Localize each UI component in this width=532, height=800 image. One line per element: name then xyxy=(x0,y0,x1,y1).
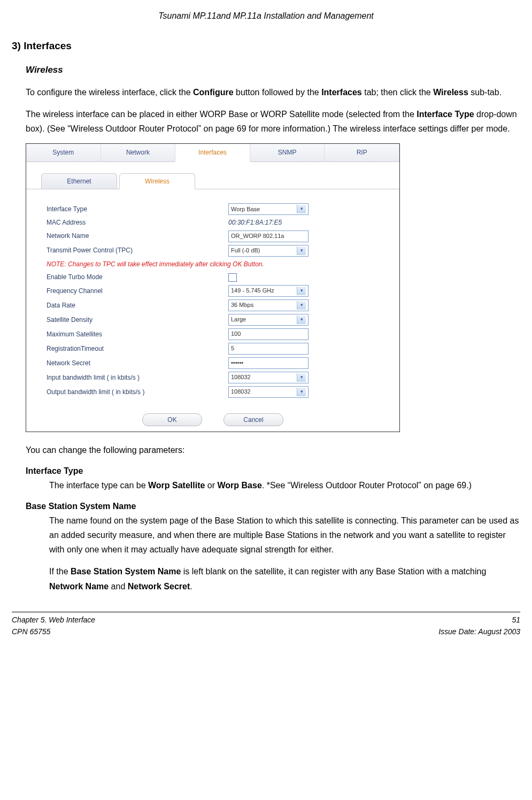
text: is left blank on the satellite, it can r… xyxy=(181,567,486,576)
text: If the xyxy=(49,567,71,576)
footer-cpn: CPN 65755 xyxy=(12,626,95,638)
chevron-down-icon: ▾ xyxy=(297,287,306,295)
freq-label: Frequency Channel xyxy=(47,286,228,296)
select-value: 36 Mbps xyxy=(231,301,253,310)
tpc-select[interactable]: Full (-0 dB) ▾ xyxy=(228,245,309,257)
after-panel-text: You can change the following parameters: xyxy=(26,443,520,457)
ok-button[interactable]: OK xyxy=(142,413,202,426)
main-tabs: System Network Interfaces SNMP RIP xyxy=(26,144,399,162)
chevron-down-icon: ▾ xyxy=(297,316,306,324)
chevron-down-icon: ▾ xyxy=(297,205,306,213)
text-bold: Wireless xyxy=(433,88,468,97)
tpc-note: NOTE: Changes to TPC will take effect im… xyxy=(47,259,385,270)
text: . xyxy=(190,582,192,591)
secret-label: Network Secret xyxy=(47,358,228,368)
network-name-input[interactable]: OR_WORP 802.11a xyxy=(228,230,309,242)
turbo-label: Enable Turbo Mode xyxy=(47,272,228,282)
tab-snmp[interactable]: SNMP xyxy=(250,144,325,162)
subtab-ethernet[interactable]: Ethernet xyxy=(41,173,117,189)
cancel-button[interactable]: Cancel xyxy=(223,413,283,426)
tpc-label: Transmit Power Control (TPC) xyxy=(47,245,228,256)
text-bold: Network Secret xyxy=(128,582,190,591)
regto-label: RegistrationTimeout xyxy=(47,344,228,354)
mac-address-label: MAC Address xyxy=(47,218,228,228)
config-panel: System Network Interfaces SNMP RIP Ether… xyxy=(26,143,400,432)
text: tab; then click the xyxy=(362,88,433,97)
maxsat-label: Maximum Satellites xyxy=(47,329,228,340)
text: or xyxy=(205,481,217,490)
tab-interfaces[interactable]: Interfaces xyxy=(175,144,250,162)
tab-rip[interactable]: RIP xyxy=(325,144,399,162)
interface-type-select[interactable]: Worp Base ▾ xyxy=(228,203,309,215)
param-interface-type-title: Interface Type xyxy=(26,465,520,478)
text: The wireless interface can be placed in … xyxy=(26,110,417,119)
footer-page: 51 xyxy=(438,614,520,626)
text: . *See “Wireless Outdoor Router Protocol… xyxy=(262,481,472,490)
rate-select[interactable]: 36 Mbps ▾ xyxy=(228,299,309,311)
select-value: Worp Base xyxy=(231,205,260,214)
text-bold: Interfaces xyxy=(321,88,362,97)
chevron-down-icon: ▾ xyxy=(297,373,306,382)
density-select[interactable]: Large ▾ xyxy=(228,314,309,326)
text-bold: Worp Satellite xyxy=(148,481,205,490)
text-bold: Worp Base xyxy=(218,481,262,490)
freq-select[interactable]: 149 - 5.745 GHz ▾ xyxy=(228,285,309,297)
select-value: 108032 xyxy=(231,373,251,382)
outbw-select[interactable]: 108032 ▾ xyxy=(228,386,309,398)
network-name-label: Network Name xyxy=(47,231,228,241)
footer-left: Chapter 5. Web Interface CPN 65755 xyxy=(12,614,95,637)
text: button followed by the xyxy=(234,88,322,97)
text-bold: Interface Type xyxy=(417,110,474,119)
form-area: Interface Type Worp Base ▾ MAC Address 0… xyxy=(26,189,399,408)
maxsat-input[interactable]: 100 xyxy=(228,328,309,340)
chevron-down-icon: ▾ xyxy=(297,301,306,310)
tab-network[interactable]: Network xyxy=(101,144,176,162)
page-footer: Chapter 5. Web Interface CPN 65755 51 Is… xyxy=(12,612,520,637)
text: sub-tab. xyxy=(468,88,502,97)
outbw-label: Output bandwidth limit ( in kbits/s ) xyxy=(47,387,228,397)
param-bssn-title: Base Station System Name xyxy=(26,500,520,513)
footer-right: 51 Issue Date: August 2003 xyxy=(438,614,520,637)
param-bssn-body-2: If the Base Station System Name is left … xyxy=(49,564,520,593)
running-header: Tsunami MP.11and MP.11a Installation and… xyxy=(12,10,520,23)
param-bssn-body: The name found on the system page of the… xyxy=(49,513,520,557)
section-heading: 3) Interfaces xyxy=(12,38,520,53)
text: The interface type can be xyxy=(49,481,148,490)
mac-address-value: 00:30:F1:8A:17:E5 xyxy=(228,218,282,228)
wireless-heading: Wireless xyxy=(26,63,520,77)
select-value: 149 - 5.745 GHz xyxy=(231,286,274,295)
inbw-label: Input bandwidth limit ( in kbits/s ) xyxy=(47,373,228,383)
density-label: Satellite Density xyxy=(47,315,228,325)
secret-input[interactable]: •••••• xyxy=(228,357,309,369)
text: and xyxy=(109,582,128,591)
turbo-checkbox[interactable] xyxy=(228,273,237,282)
select-value: Full (-0 dB) xyxy=(231,246,260,255)
text-bold: Network Name xyxy=(49,582,109,591)
tab-system[interactable]: System xyxy=(26,144,101,162)
select-value: Large xyxy=(231,315,246,324)
chevron-down-icon: ▾ xyxy=(297,247,306,255)
chevron-down-icon: ▾ xyxy=(297,388,306,396)
button-bar: OK Cancel xyxy=(26,408,399,432)
param-interface-type-body: The interface type can be Worp Satellite… xyxy=(49,478,520,493)
intro-paragraph-2: The wireless interface can be placed in … xyxy=(26,107,520,136)
sub-tabs: Ethernet Wireless xyxy=(26,162,399,189)
inbw-select[interactable]: 108032 ▾ xyxy=(228,372,309,383)
subtab-wireless[interactable]: Wireless xyxy=(119,173,195,189)
select-value: 108032 xyxy=(231,387,251,396)
text: To configure the wireless interface, cli… xyxy=(26,88,193,97)
intro-paragraph-1: To configure the wireless interface, cli… xyxy=(26,85,520,99)
footer-issue: Issue Date: August 2003 xyxy=(438,626,520,638)
text-bold: Base Station System Name xyxy=(71,567,181,576)
regto-input[interactable]: 5 xyxy=(228,343,309,355)
rate-label: Data Rate xyxy=(47,301,228,311)
interface-type-label: Interface Type xyxy=(47,204,228,214)
text-bold: Configure xyxy=(193,88,234,97)
footer-chapter: Chapter 5. Web Interface xyxy=(12,614,95,626)
text: The name found on the system page of the… xyxy=(49,516,519,554)
